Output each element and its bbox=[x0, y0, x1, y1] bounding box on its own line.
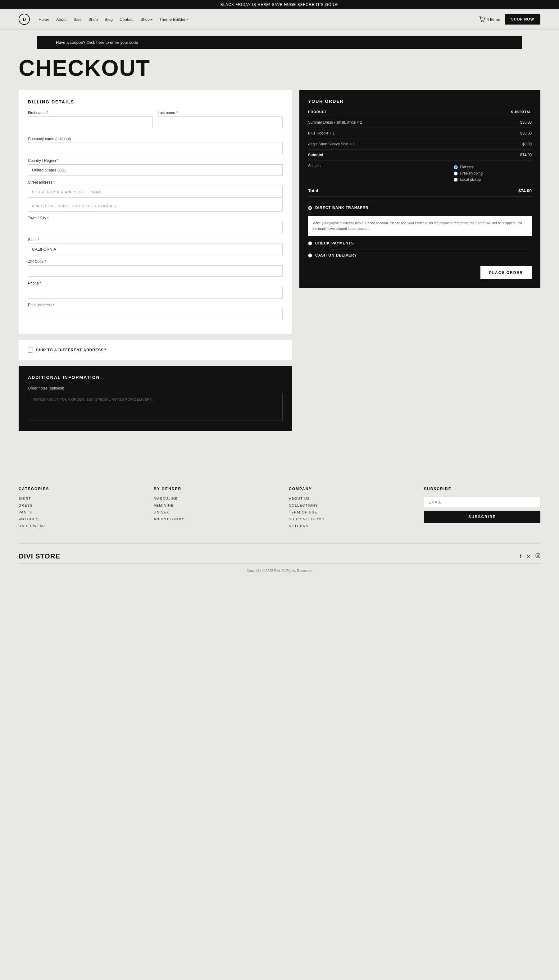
payment-option-check: CHECK PAYMENTS bbox=[308, 237, 532, 249]
facebook-icon[interactable]: f bbox=[520, 553, 521, 559]
footer-company-link[interactable]: TERM OF USE bbox=[289, 510, 405, 514]
last-name-input[interactable] bbox=[158, 116, 283, 128]
footer-subscribe: SUBSCRIBE SUBSCRIBE bbox=[424, 487, 540, 531]
footer-brand: DIVI STORE bbox=[19, 552, 60, 560]
order-item-price: $8.00 bbox=[454, 139, 532, 150]
nav-home[interactable]: Home bbox=[38, 17, 50, 22]
payment-option-cod: CASH ON DELIVERY bbox=[308, 249, 532, 261]
shipping-option-0[interactable]: Flat rate bbox=[454, 165, 532, 169]
coupon-bar[interactable]: Have a coupon? Click here to enter your … bbox=[37, 36, 522, 49]
cart-area[interactable]: 4 Items bbox=[479, 17, 500, 22]
nav-shop-dropdown[interactable]: Shop ▾ bbox=[141, 17, 152, 22]
name-row: First name * Last name * bbox=[28, 111, 283, 132]
city-input[interactable] bbox=[28, 222, 283, 233]
footer-company-link[interactable]: COLLECTIONS bbox=[289, 503, 405, 507]
phone-input[interactable] bbox=[28, 287, 283, 298]
payment-option-row-cod[interactable]: CASH ON DELIVERY bbox=[308, 249, 532, 261]
svg-point-4 bbox=[539, 555, 539, 555]
street-group: Street address * bbox=[28, 180, 283, 212]
order-item-row: Aegis Short Sleeve Shirt × 1 $8.00 bbox=[308, 139, 532, 150]
theme-builder-link[interactable]: Theme Builder ▾ bbox=[159, 17, 188, 22]
footer-cat-link[interactable]: UNDERWEAR bbox=[19, 524, 135, 528]
payment-radio-check[interactable] bbox=[308, 241, 312, 245]
payment-radio-cod[interactable] bbox=[308, 253, 312, 258]
subscribe-email-input[interactable] bbox=[424, 497, 540, 508]
gender-title: BY GENDER bbox=[154, 487, 270, 491]
company-label: Company name (optional) bbox=[28, 137, 283, 141]
subscribe-button[interactable]: SUBSCRIBE bbox=[424, 511, 540, 523]
footer-bottom: DIVI STORE f ✕ bbox=[19, 544, 540, 560]
footer-gender-link[interactable]: UNISEX bbox=[154, 510, 270, 514]
payment-option-row-check[interactable]: CHECK PAYMENTS bbox=[308, 237, 532, 249]
order-item-price: $30.00 bbox=[454, 128, 532, 139]
email-input[interactable] bbox=[28, 309, 283, 320]
country-select[interactable]: United States (US) bbox=[28, 164, 283, 176]
first-name-input[interactable] bbox=[28, 116, 153, 128]
footer-social: f ✕ bbox=[520, 553, 540, 560]
footer-company-link[interactable]: SHIPPING TERMS bbox=[289, 517, 405, 521]
left-column: BILLING DETAILS First name * Last name *… bbox=[19, 90, 292, 431]
notes-label: Order notes (optional) bbox=[28, 386, 283, 391]
cart-icon bbox=[479, 17, 485, 22]
nav-blog[interactable]: Blog bbox=[105, 17, 113, 22]
nav-sale[interactable]: Sale bbox=[74, 17, 82, 22]
nav-shop[interactable]: Shop bbox=[89, 17, 98, 22]
billing-title: BILLING DETAILS bbox=[28, 99, 283, 104]
payment-radio-direct_bank[interactable] bbox=[308, 206, 312, 210]
nav-contact[interactable]: Contact bbox=[119, 17, 134, 22]
place-order-button[interactable]: PLACE ORDER bbox=[480, 266, 532, 279]
instagram-icon[interactable] bbox=[536, 553, 540, 560]
ship-different-checkbox[interactable] bbox=[28, 348, 33, 353]
footer-gender-link[interactable]: ANDROGYNOUS bbox=[154, 517, 270, 521]
footer-gender-link[interactable]: MASCULINE bbox=[154, 497, 270, 500]
zip-label: ZIP Code * bbox=[28, 259, 283, 264]
last-name-label: Last name * bbox=[158, 111, 283, 115]
company-title: COMPANY bbox=[289, 487, 405, 491]
payment-desc-direct_bank: Make your payment directly into our bank… bbox=[308, 216, 532, 236]
col-subtotal: SUBTOTAL bbox=[454, 110, 532, 117]
street-input[interactable] bbox=[28, 186, 283, 197]
state-group: State * CALIFORNIA bbox=[28, 238, 283, 255]
order-section: YOUR ORDER PRODUCT SUBTOTAL Summer Dress… bbox=[299, 90, 540, 288]
order-title: YOUR ORDER bbox=[308, 99, 532, 104]
shop-now-button[interactable]: SHOP NOW bbox=[505, 14, 540, 25]
footer-company-link[interactable]: RETURNS bbox=[289, 524, 405, 528]
payment-section: DIRECT BANK TRANSFER Make your payment d… bbox=[308, 202, 532, 261]
footer-cat-link[interactable]: PANTS bbox=[19, 510, 135, 514]
main-content: Have a coupon? Click here to enter your … bbox=[0, 36, 559, 449]
shipping-option-2[interactable]: Local pickup bbox=[454, 177, 532, 182]
apt-input[interactable] bbox=[28, 200, 283, 212]
svg-point-0 bbox=[481, 21, 482, 22]
order-notes-textarea[interactable] bbox=[28, 393, 283, 421]
footer-cat-link[interactable]: WATCHES bbox=[19, 517, 135, 521]
zip-input[interactable] bbox=[28, 265, 283, 277]
order-item-row: Summer Dress - small, white × 2 $36.00 bbox=[308, 117, 532, 128]
country-label: Country / Region * bbox=[28, 159, 283, 163]
footer-gender-link[interactable]: FEMININE bbox=[154, 503, 270, 507]
company-input[interactable] bbox=[28, 142, 283, 154]
last-name-group: Last name * bbox=[158, 111, 283, 128]
footer-cat-link[interactable]: SHIRT bbox=[19, 497, 135, 500]
footer-company-link[interactable]: ABOUT US bbox=[289, 497, 405, 500]
street-label: Street address * bbox=[28, 180, 283, 184]
country-group: Country / Region * United States (US) bbox=[28, 159, 283, 176]
svg-rect-2 bbox=[536, 553, 540, 558]
payment-option-row-direct_bank[interactable]: DIRECT BANK TRANSFER bbox=[308, 202, 532, 214]
state-select[interactable]: CALIFORNIA bbox=[28, 243, 283, 255]
nav-about[interactable]: About bbox=[56, 17, 67, 22]
footer-copyright: Copyright © 2023 Divi. All Rights Reserv… bbox=[19, 563, 540, 573]
shipping-option-1[interactable]: Free shipping bbox=[454, 171, 532, 175]
total-label: Total bbox=[308, 185, 454, 197]
ship-different-label: SHIP TO A DIFFERENT ADDRESS? bbox=[36, 348, 106, 352]
site-logo[interactable]: D bbox=[19, 14, 30, 25]
shop-chevron-icon: ▾ bbox=[151, 18, 152, 22]
categories-title: CATEGORIES bbox=[19, 487, 135, 491]
announcement-text: BLACK FRIDAY IS HERE! SAVE HUGE BEFORE I… bbox=[220, 2, 339, 7]
twitter-x-icon[interactable]: ✕ bbox=[526, 553, 531, 560]
footer-cat-link[interactable]: DRESS bbox=[19, 503, 135, 507]
subtotal-row: Subtotal $74.00 bbox=[308, 150, 532, 161]
phone-label: Phone * bbox=[28, 281, 283, 285]
shipping-options-cell[interactable]: Flat rate Free shipping Local pickup bbox=[454, 161, 532, 185]
shipping-row: Shipping Flat rate Free shipping Local p… bbox=[308, 161, 532, 185]
page-title: CHECKOUT bbox=[19, 55, 540, 81]
